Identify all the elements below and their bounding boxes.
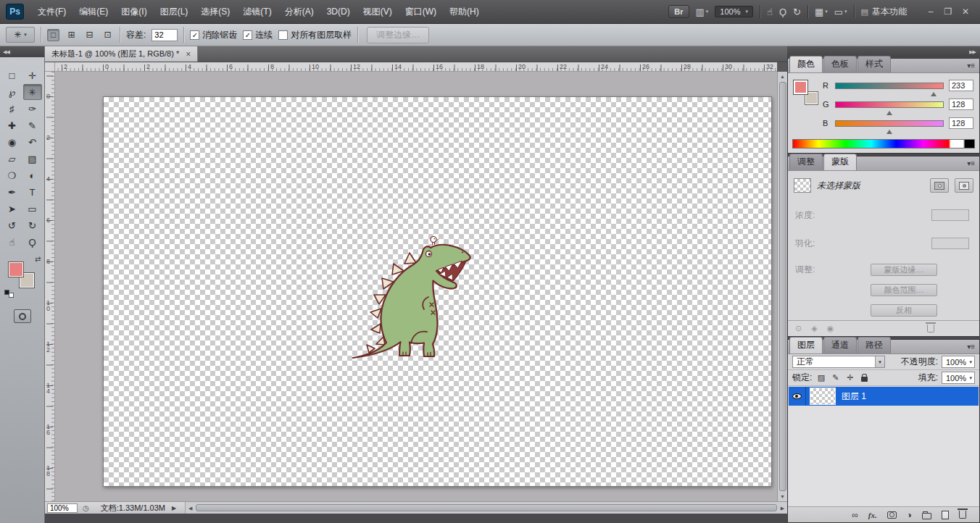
delete-mask-icon[interactable] bbox=[927, 325, 934, 332]
color-range-button[interactable]: 颜色范围… bbox=[871, 284, 937, 296]
app-logo[interactable]: Ps bbox=[6, 4, 24, 20]
panel-menu-icon[interactable]: ▾≡ bbox=[967, 159, 979, 167]
menu-layer[interactable]: 图层(L) bbox=[154, 0, 195, 23]
delete-layer-icon[interactable] bbox=[959, 511, 966, 519]
refine-edge-button[interactable]: 调整边缘… bbox=[367, 27, 429, 43]
document-tab[interactable]: 未标题-1 @ 100% (图层 1, RGB/8) * × bbox=[45, 46, 198, 62]
lock-transparency-icon[interactable]: ▨ bbox=[815, 373, 826, 382]
canvas[interactable] bbox=[103, 96, 772, 487]
layer-style-icon[interactable]: fx. bbox=[868, 511, 877, 519]
toolbox-collapse[interactable]: ◀◀ bbox=[0, 46, 44, 57]
new-layer-icon[interactable] bbox=[942, 511, 949, 519]
tool-blur[interactable]: ❍ bbox=[3, 167, 22, 183]
add-vector-mask-button[interactable] bbox=[955, 178, 973, 193]
swap-colors-icon[interactable]: ⇄ bbox=[35, 255, 41, 263]
link-layers-icon[interactable]: ∞ bbox=[852, 510, 858, 520]
menu-analysis[interactable]: 分析(A) bbox=[278, 0, 320, 23]
tool-hand[interactable]: ☝ bbox=[3, 234, 22, 250]
horizontal-ruler[interactable]: 202468101214161820222426283032 bbox=[55, 62, 777, 72]
add-pixel-mask-button[interactable] bbox=[930, 178, 949, 193]
visibility-toggle[interactable] bbox=[789, 387, 806, 406]
add-selection-icon[interactable]: ⊞ bbox=[65, 29, 78, 41]
channel-r-slider[interactable] bbox=[835, 83, 944, 89]
restore-button[interactable]: ❐ bbox=[939, 7, 957, 17]
tool-dodge[interactable]: ◐ bbox=[23, 167, 42, 183]
menu-help[interactable]: 帮助(H) bbox=[443, 0, 486, 23]
view-extras-icon[interactable]: ▥▾ bbox=[696, 7, 709, 17]
tool-preset-picker[interactable]: ✳▾ bbox=[6, 27, 35, 43]
tool-move[interactable]: ✛ bbox=[23, 67, 42, 83]
menu-image[interactable]: 图像(I) bbox=[115, 0, 153, 23]
chevron-down-icon[interactable]: ▾ bbox=[875, 356, 884, 367]
layer-row[interactable]: 图层 1 bbox=[789, 387, 979, 406]
foreground-color-swatch[interactable] bbox=[8, 262, 24, 277]
channel-b-slider[interactable] bbox=[835, 120, 944, 127]
hand-tool-icon[interactable]: ☝ bbox=[767, 7, 773, 17]
zoom-level-control[interactable]: 100%▾ bbox=[715, 6, 753, 17]
pasteboard[interactable] bbox=[55, 72, 777, 501]
sample-all-layers-checkbox[interactable]: 对所有图层取样 bbox=[278, 29, 352, 41]
tool-rectangular-marquee[interactable]: □ bbox=[3, 67, 22, 83]
channel-r-value[interactable]: 233 bbox=[949, 80, 973, 91]
channel-b-value[interactable]: 128 bbox=[949, 117, 973, 129]
tab-layers[interactable]: 图层 bbox=[789, 337, 823, 353]
tab-paths[interactable]: 路径 bbox=[858, 337, 891, 353]
fill-value[interactable]: 100%▾ bbox=[942, 372, 975, 384]
contiguous-checkbox[interactable]: ✓连续 bbox=[243, 29, 273, 41]
menu-3d[interactable]: 3D(D) bbox=[320, 0, 357, 23]
new-selection-icon[interactable]: □ bbox=[47, 29, 59, 41]
tool-gradient[interactable]: ▧ bbox=[23, 151, 42, 167]
tab-swatches[interactable]: 色板 bbox=[823, 56, 857, 72]
lock-all-icon[interactable] bbox=[861, 377, 868, 382]
channel-g-slider[interactable] bbox=[835, 101, 944, 108]
tool-history-brush[interactable]: ↶ bbox=[23, 134, 42, 150]
channel-r-marker[interactable] bbox=[931, 89, 937, 96]
load-selection-icon[interactable]: ⊙ bbox=[795, 324, 802, 333]
tolerance-input[interactable] bbox=[151, 29, 178, 41]
zoom-tool-icon[interactable]: Ϙ bbox=[779, 7, 786, 17]
tab-masks[interactable]: 蒙版 bbox=[823, 154, 857, 170]
tab-close-icon[interactable]: × bbox=[186, 49, 191, 59]
tool-zoom[interactable]: Ϙ bbox=[23, 234, 42, 250]
menu-view[interactable]: 视图(V) bbox=[357, 0, 399, 23]
lock-pixels-icon[interactable]: ✎ bbox=[830, 373, 841, 382]
add-layer-mask-icon[interactable] bbox=[887, 511, 897, 519]
scroll-right-icon[interactable]: ▶ bbox=[778, 503, 787, 513]
density-value-box[interactable] bbox=[931, 209, 969, 221]
disable-mask-icon[interactable]: ◉ bbox=[827, 324, 834, 333]
scroll-down-icon[interactable]: ▼ bbox=[778, 492, 787, 501]
rotate-view-icon[interactable]: ↻ bbox=[793, 7, 801, 17]
tool-eraser[interactable]: ▱ bbox=[3, 151, 22, 167]
menu-window[interactable]: 窗口(W) bbox=[399, 0, 443, 23]
subtract-selection-icon[interactable]: ⊟ bbox=[83, 29, 96, 41]
lock-position-icon[interactable]: ✛ bbox=[844, 373, 855, 382]
tool-spot-healing-brush[interactable]: ✚ bbox=[3, 117, 22, 133]
opacity-value[interactable]: 100%▾ bbox=[942, 356, 975, 368]
tool-eyedropper[interactable]: ✑ bbox=[23, 101, 42, 117]
panel-foreground-swatch[interactable] bbox=[794, 80, 807, 94]
mask-edge-button[interactable]: 蒙版边缘… bbox=[871, 264, 937, 276]
arrange-documents-icon[interactable]: ▦▾ bbox=[815, 7, 828, 17]
vertical-scrollbar[interactable]: ▲ ▼ bbox=[777, 72, 787, 501]
menu-file[interactable]: 文件(F) bbox=[31, 0, 72, 23]
invert-button[interactable]: 反相 bbox=[871, 304, 937, 317]
new-group-icon[interactable] bbox=[922, 513, 931, 519]
tab-adjustments[interactable]: 调整 bbox=[789, 154, 823, 170]
panel-menu-icon[interactable]: ▾≡ bbox=[967, 343, 979, 351]
channel-g-value[interactable]: 128 bbox=[949, 99, 973, 110]
scroll-up-icon[interactable]: ▲ bbox=[778, 72, 787, 81]
tool-brush[interactable]: ✎ bbox=[23, 117, 42, 133]
minimize-button[interactable]: – bbox=[922, 7, 939, 17]
tool-magic-wand[interactable]: ✳ bbox=[23, 84, 42, 100]
tool-crop[interactable]: ♯ bbox=[3, 101, 22, 117]
screen-mode-icon[interactable]: ▭▾ bbox=[834, 7, 847, 17]
menu-edit[interactable]: 编辑(E) bbox=[72, 0, 115, 23]
channel-b-marker[interactable] bbox=[886, 127, 892, 134]
menu-select[interactable]: 选择(S) bbox=[194, 0, 236, 23]
horizontal-scroll-thumb[interactable] bbox=[196, 504, 777, 511]
channel-g-marker[interactable] bbox=[886, 108, 892, 115]
quick-mask-button[interactable] bbox=[14, 309, 31, 323]
tool-3d-rotate[interactable]: ↺ bbox=[3, 217, 22, 233]
tool-rectangle-shape[interactable]: ▭ bbox=[23, 201, 42, 217]
blend-mode-select[interactable]: 正常▾ bbox=[792, 356, 885, 368]
